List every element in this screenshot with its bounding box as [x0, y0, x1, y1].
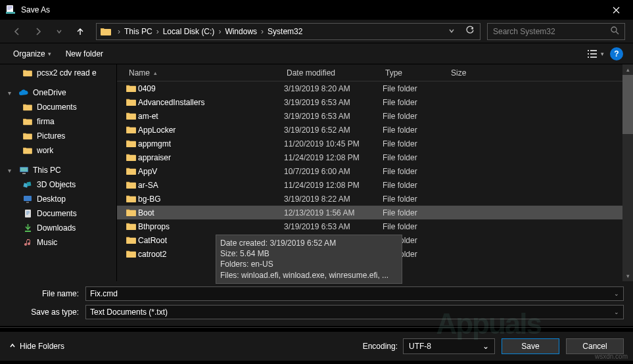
- back-button[interactable]: [8, 22, 26, 41]
- svg-rect-17: [22, 173, 26, 174]
- folder-icon: [126, 194, 138, 204]
- tree-item[interactable]: work: [0, 143, 116, 158]
- svg-rect-25: [126, 100, 136, 106]
- chevron-down-icon[interactable]: ▾: [8, 167, 14, 174]
- search-placeholder: Search System32: [493, 27, 611, 36]
- search-icon: [611, 26, 619, 37]
- file-type: File folder: [383, 98, 448, 107]
- file-date: 10/7/2019 6:00 AM: [284, 167, 383, 176]
- breadcrumb-seg[interactable]: System32: [265, 27, 305, 36]
- nav-tree[interactable]: pcsx2 cdv read e ▾ OneDrive Documents fi…: [0, 64, 117, 281]
- chevron-down-icon[interactable]: ⌄: [614, 309, 619, 315]
- tree-item[interactable]: Downloads: [0, 221, 116, 235]
- folder-icon: [126, 235, 138, 246]
- save-button[interactable]: Save: [502, 338, 559, 354]
- file-type: File folder: [383, 181, 448, 190]
- search-input[interactable]: Search System32: [487, 23, 625, 40]
- forward-button[interactable]: [29, 22, 47, 41]
- tree-item[interactable]: Desktop: [0, 192, 116, 206]
- folder-icon: [99, 25, 112, 38]
- tree-item[interactable]: 3D Objects: [0, 177, 116, 192]
- tree-item[interactable]: Documents: [0, 206, 116, 221]
- file-row[interactable]: ar-SA11/24/2019 12:08 PMFile folder: [117, 178, 633, 192]
- documents-icon: [22, 208, 33, 219]
- up-button[interactable]: [71, 22, 89, 41]
- help-button[interactable]: ?: [608, 45, 625, 62]
- breadcrumb-seg[interactable]: Windows: [222, 27, 260, 36]
- svg-rect-1: [6, 12, 15, 14]
- col-size[interactable]: Size: [447, 68, 500, 78]
- tree-item[interactable]: Music: [0, 235, 116, 250]
- svg-rect-8: [588, 57, 589, 58]
- file-rows[interactable]: 04093/19/2019 8:20 AMFile folderAdvanced…: [117, 81, 633, 281]
- chevron-right-icon[interactable]: ›: [155, 27, 160, 36]
- file-row[interactable]: am-et3/19/2019 6:53 AMFile folder: [117, 109, 633, 123]
- organize-menu[interactable]: Organize ▾: [8, 47, 57, 61]
- file-type: File folder: [383, 250, 448, 259]
- address-dropdown[interactable]: [443, 27, 460, 36]
- file-row[interactable]: AppV10/7/2019 6:00 AMFile folder: [117, 164, 633, 178]
- file-row[interactable]: bg-BG3/19/2019 8:22 AMFile folder: [117, 192, 633, 206]
- chevron-right-icon[interactable]: ›: [116, 27, 122, 36]
- svg-rect-34: [126, 224, 136, 230]
- file-type: File folder: [383, 208, 448, 217]
- pc-icon: [18, 165, 29, 175]
- tree-item[interactable]: Pictures: [0, 129, 116, 143]
- refresh-button[interactable]: [460, 26, 480, 37]
- tree-thispc[interactable]: ▾ This PC: [0, 163, 116, 177]
- file-row[interactable]: appraiser11/24/2019 12:08 PMFile folder: [117, 150, 633, 164]
- scroll-down-button[interactable]: ▾: [622, 271, 633, 281]
- svg-rect-7: [590, 53, 597, 55]
- chevron-right-icon[interactable]: ›: [260, 27, 265, 36]
- chevron-right-icon[interactable]: ›: [217, 27, 222, 36]
- scrollbar[interactable]: ▴ ▾: [622, 64, 633, 281]
- file-row[interactable]: Boot12/13/2019 1:56 AMFile folder: [117, 206, 633, 219]
- svg-rect-14: [23, 148, 32, 154]
- file-row[interactable]: AdvancedInstallers3/19/2019 6:53 AMFile …: [117, 95, 633, 109]
- breadcrumb-seg[interactable]: Local Disk (C:): [160, 27, 218, 36]
- file-type: File folder: [383, 194, 448, 204]
- file-name: ar-SA: [138, 181, 284, 190]
- col-type[interactable]: Type: [381, 68, 447, 78]
- chevron-down-icon[interactable]: ▾: [8, 89, 14, 97]
- close-button[interactable]: [601, 0, 630, 20]
- tree-item[interactable]: pcsx2 cdv read e: [0, 66, 116, 80]
- saveastype-select[interactable]: Text Documents (*.txt) ⌄: [85, 305, 624, 319]
- scroll-thumb[interactable]: [622, 75, 633, 134]
- svg-rect-20: [24, 196, 32, 201]
- watermark-text: wsxdn.com: [595, 353, 628, 360]
- file-name: AdvancedInstallers: [138, 98, 284, 107]
- encoding-select[interactable]: UTF-8 ⌄: [403, 338, 495, 354]
- hide-folders-button[interactable]: Hide Folders: [9, 342, 64, 351]
- svg-rect-16: [20, 168, 28, 171]
- chevron-down-icon: ⌄: [482, 342, 489, 351]
- svg-rect-35: [126, 238, 136, 244]
- history-dropdown[interactable]: [50, 22, 68, 41]
- col-name[interactable]: Name▴: [125, 68, 283, 78]
- new-folder-button[interactable]: New folder: [60, 47, 108, 61]
- tree-onedrive[interactable]: ▾ OneDrive: [0, 85, 116, 100]
- file-row[interactable]: appmgmt11/20/2019 10:45 PMFile folder: [117, 137, 633, 150]
- folder-icon: [126, 139, 138, 149]
- tree-item[interactable]: firma: [0, 114, 116, 129]
- file-row[interactable]: catroot2File folder: [117, 247, 633, 261]
- view-menu[interactable]: ▾: [587, 45, 604, 62]
- file-date: 3/19/2019 6:53 AM: [284, 222, 383, 231]
- filename-input[interactable]: Fix.cmd ⌄: [85, 286, 624, 301]
- file-row[interactable]: CatRoot1/7/2020 8:39 AMFile folder: [117, 233, 633, 247]
- help-icon: ?: [610, 47, 623, 60]
- scroll-up-button[interactable]: ▴: [622, 64, 633, 75]
- tree-item[interactable]: Documents: [0, 100, 116, 114]
- breadcrumb-seg[interactable]: This PC: [122, 27, 155, 36]
- file-row[interactable]: 04093/19/2019 8:20 AMFile folder: [117, 81, 633, 95]
- titlebar: Save As: [0, 0, 633, 20]
- col-date[interactable]: Date modified: [283, 68, 381, 78]
- file-row[interactable]: AppLocker3/19/2019 6:52 AMFile folder: [117, 123, 633, 137]
- file-row[interactable]: Bthprops3/19/2019 6:53 AMFile folder: [117, 219, 633, 233]
- address-bar[interactable]: › This PC › Local Disk (C:) › Windows › …: [96, 23, 481, 40]
- cancel-button[interactable]: Cancel: [566, 338, 624, 354]
- folder-icon: [22, 116, 33, 127]
- app-icon: [5, 5, 16, 15]
- chevron-down-icon[interactable]: ⌄: [614, 290, 619, 297]
- file-date: 3/19/2019 6:53 AM: [284, 112, 383, 121]
